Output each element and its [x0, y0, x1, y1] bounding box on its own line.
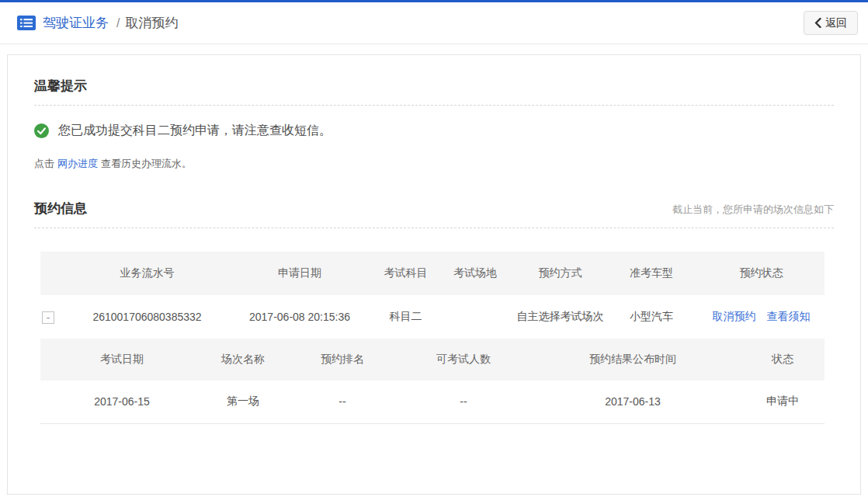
cell-venue — [435, 295, 516, 339]
success-check-icon — [34, 123, 49, 138]
progress-prefix: 点击 — [34, 158, 54, 169]
cell-capacity: -- — [402, 381, 525, 423]
breadcrumb-section[interactable]: 驾驶证业务 — [43, 14, 109, 32]
col-apply-date: 申请日期 — [223, 252, 377, 295]
col-status: 预约状态 — [698, 252, 825, 295]
cell-result-time: 2017-06-13 — [525, 381, 741, 423]
cell-subject: 科目二 — [377, 295, 435, 339]
col-subject: 考试科目 — [377, 252, 435, 295]
progress-link[interactable]: 网办进度 — [57, 158, 98, 169]
header-bar: 驾驶证业务 / 取消预约 返回 — [0, 0, 868, 44]
appointment-heading: 预约信息 — [34, 200, 87, 217]
col-exam-date: 考试日期 — [40, 339, 203, 381]
cell-rank: -- — [283, 381, 402, 423]
progress-hint-line: 点击网办进度查看历史办理流水。 — [34, 157, 834, 171]
session-row: 2017-06-15 第一场 -- -- 2017-06-13 申请中 — [40, 381, 825, 423]
session-subtable: 考试日期 场次名称 预约排名 可考试人数 预约结果公布时间 状态 2017-06… — [40, 339, 825, 424]
breadcrumb: 驾驶证业务 / 取消预约 — [17, 14, 178, 32]
col-vehicle: 准考车型 — [605, 252, 698, 295]
col-state: 状态 — [741, 339, 825, 381]
cancel-appointment-link[interactable]: 取消预约 — [713, 310, 756, 322]
col-result-time: 预约结果公布时间 — [525, 339, 741, 381]
tips-heading: 温馨提示 — [34, 77, 834, 95]
col-capacity: 可考试人数 — [402, 339, 525, 381]
appointment-table: 业务流水号 申请日期 考试科目 考试场地 预约方式 准考车型 预约状态 - 26… — [40, 252, 825, 339]
divider — [34, 228, 834, 228]
back-button[interactable]: 返回 — [804, 11, 858, 35]
breadcrumb-separator: / — [116, 16, 120, 30]
main-panel: 温馨提示 您已成功提交科目二预约申请，请注意查收短信。 点击网办进度查看历史办理… — [7, 54, 861, 495]
appointment-note: 截止当前，您所申请的场次信息如下 — [672, 203, 834, 217]
cell-actions: 取消预约 查看须知 — [698, 295, 825, 339]
view-notice-link[interactable]: 查看须知 — [766, 310, 810, 322]
cell-method: 自主选择考试场次 — [516, 295, 605, 339]
appointment-table-area: 业务流水号 申请日期 考试科目 考试场地 预约方式 准考车型 预约状态 - 26… — [40, 252, 825, 424]
list-icon — [17, 16, 36, 31]
col-session-name: 场次名称 — [203, 339, 283, 381]
success-message: 您已成功提交科目二预约申请，请注意查收短信。 — [58, 123, 332, 139]
appointment-header-row: 业务流水号 申请日期 考试科目 考试场地 预约方式 准考车型 预约状态 — [40, 252, 825, 295]
cell-session-name: 第一场 — [203, 381, 283, 423]
session-header-row: 考试日期 场次名称 预约排名 可考试人数 预约结果公布时间 状态 — [40, 339, 825, 381]
appointment-row: - 261001706080385332 2017-06-08 20:15:36… — [40, 295, 825, 339]
back-button-label: 返回 — [825, 16, 847, 30]
progress-suffix: 查看历史办理流水。 — [101, 158, 192, 169]
cell-serial: 261001706080385332 — [71, 295, 223, 339]
cell-apply-date: 2017-06-08 20:15:36 — [223, 295, 377, 339]
col-method: 预约方式 — [516, 252, 605, 295]
chevron-left-icon — [814, 18, 821, 28]
collapse-toggle-icon[interactable]: - — [42, 311, 54, 324]
appointment-section-head: 预约信息 截止当前，您所申请的场次信息如下 — [34, 200, 834, 217]
divider — [34, 105, 834, 106]
cell-vehicle: 小型汽车 — [605, 295, 698, 339]
cell-exam-date: 2017-06-15 — [40, 381, 203, 423]
success-message-row: 您已成功提交科目二预约申请，请注意查收短信。 — [34, 123, 834, 139]
col-serial: 业务流水号 — [71, 252, 223, 295]
col-rank: 预约排名 — [283, 339, 402, 381]
col-venue: 考试场地 — [435, 252, 516, 295]
cell-state: 申请中 — [741, 381, 825, 423]
col-toggle — [40, 252, 71, 295]
page-title: 取消预约 — [125, 14, 178, 32]
